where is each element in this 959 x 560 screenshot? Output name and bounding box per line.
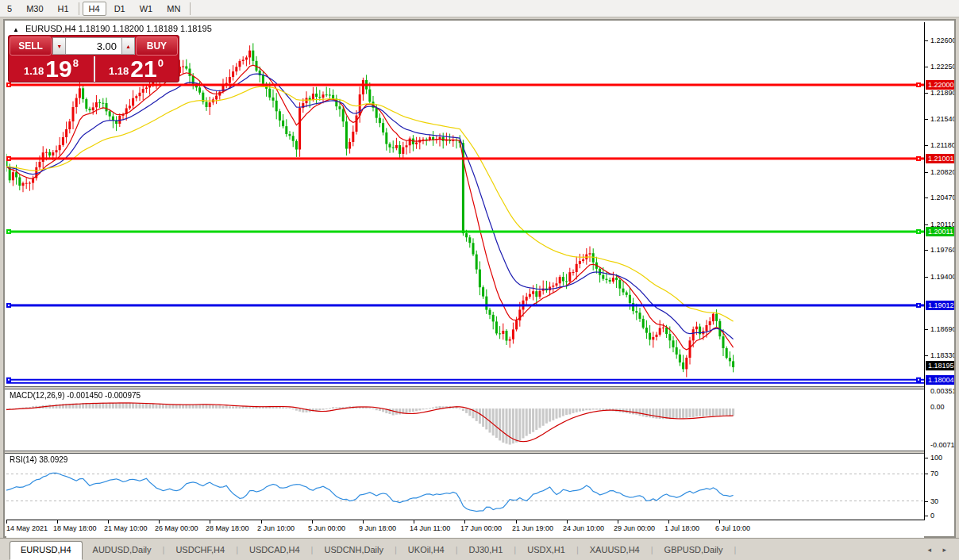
date-label: 21 May 10:00 bbox=[104, 524, 148, 532]
date-tick bbox=[363, 520, 364, 524]
price-gridline-label: 1.18330 bbox=[930, 351, 954, 359]
axis-tick bbox=[925, 145, 928, 146]
price-gridline-label: 1.19760 bbox=[930, 246, 954, 254]
rsi-scale-label: 100 bbox=[930, 454, 942, 462]
chart-symbol: EURUSD,H4 bbox=[25, 24, 76, 33]
timeframe-button-5[interactable]: 5 bbox=[1, 2, 18, 16]
date-tick bbox=[210, 520, 210, 524]
axis-tick bbox=[925, 474, 928, 474]
rsi-scale-label: 70 bbox=[930, 470, 938, 478]
one-click-trade-panel: SELL ▼ ▲ BUY 1.18 19 8 1.18 21 0 bbox=[8, 35, 179, 82]
chart-ohlc-values: 1.18190 1.18200 1.18189 1.18195 bbox=[79, 24, 212, 33]
timeframe-button-d1[interactable]: D1 bbox=[108, 2, 132, 16]
date-tick bbox=[567, 520, 568, 524]
price-gridline-label: 1.22600 bbox=[930, 36, 954, 44]
macd-scale-label: -0.007178 bbox=[930, 441, 954, 449]
date-label: 21 Jun 19:00 bbox=[512, 524, 553, 532]
axis-tick bbox=[925, 119, 928, 120]
axis-tick bbox=[925, 40, 928, 41]
tab-usdcad[interactable]: USDCAD,H4 bbox=[239, 542, 310, 558]
tab-separator: | bbox=[734, 545, 738, 554]
timeframe-button-h1[interactable]: H1 bbox=[52, 2, 75, 16]
axis-tick bbox=[925, 172, 928, 173]
date-label: 26 May 00:00 bbox=[155, 524, 198, 532]
price-gridline-label: 1.19400 bbox=[930, 273, 954, 281]
macd-label: MACD(12,26,9) -0.001450 -0.000975 bbox=[10, 391, 141, 400]
date-tick bbox=[159, 520, 160, 524]
tab-usdchf[interactable]: USDCHF,H4 bbox=[165, 542, 235, 558]
date-label: 9 Jun 18:00 bbox=[359, 524, 396, 532]
chart-tab-bar: EURUSD,H4AUDUSD,Daily|USDCHF,H4|USDCAD,H… bbox=[0, 538, 959, 560]
sell-price-display[interactable]: 1.18 19 8 bbox=[9, 56, 94, 82]
timeframe-button-w1[interactable]: W1 bbox=[133, 2, 160, 16]
date-tick bbox=[668, 520, 669, 524]
tab-ukoil[interactable]: UKOil,H4 bbox=[398, 542, 455, 558]
collapse-panel-icon[interactable]: ▲ bbox=[13, 26, 19, 33]
volume-increase-button[interactable]: ▲ bbox=[121, 37, 135, 55]
buy-button[interactable]: BUY bbox=[136, 36, 178, 56]
date-label: 6 Jul 10:00 bbox=[715, 524, 750, 532]
date-tick bbox=[464, 520, 465, 524]
axis-tick bbox=[925, 516, 928, 516]
sell-button[interactable]: SELL bbox=[10, 36, 52, 56]
timeframe-toolbar: 5M30H1H4D1W1MN bbox=[0, 0, 959, 17]
price-axis[interactable]: 1.226001.222501.218901.215401.211801.208… bbox=[925, 21, 954, 536]
date-tick bbox=[6, 520, 7, 524]
tab-eurusd[interactable]: EURUSD,H4 bbox=[10, 541, 83, 560]
axis-tick bbox=[925, 67, 928, 67]
timeframe-button-mn[interactable]: MN bbox=[160, 2, 187, 16]
date-label: 14 May 2021 bbox=[6, 524, 48, 532]
date-tick bbox=[261, 520, 262, 524]
price-gridline-label: 1.18690 bbox=[930, 325, 954, 333]
toolbar-separator bbox=[79, 2, 79, 15]
rsi-panel-canvas[interactable] bbox=[6, 454, 924, 520]
axis-tick bbox=[925, 458, 928, 458]
date-label: 17 Jun 00:00 bbox=[460, 524, 502, 532]
volume-decrease-button[interactable]: ▼ bbox=[52, 37, 66, 55]
timeframe-button-h4[interactable]: H4 bbox=[83, 2, 106, 16]
date-axis[interactable]: 14 May 202118 May 18:0021 May 10:0026 Ma… bbox=[6, 520, 924, 538]
tab-usdx[interactable]: USDX,H1 bbox=[517, 542, 576, 558]
date-tick bbox=[618, 520, 618, 524]
date-label: 2 Jun 10:00 bbox=[257, 524, 295, 532]
axis-tick bbox=[925, 224, 928, 225]
date-label: 24 Jun 10:00 bbox=[563, 524, 604, 532]
tab-gbpusd[interactable]: GBPUSD,Daily bbox=[654, 542, 734, 558]
macd-panel-canvas[interactable] bbox=[6, 389, 924, 451]
price-gridline-label: 1.21540 bbox=[930, 115, 954, 123]
date-tick bbox=[414, 520, 414, 524]
rsi-scale-label: 0 bbox=[930, 512, 934, 520]
price-level-tag: 1.19012 bbox=[926, 301, 954, 310]
price-gridline-label: 1.20820 bbox=[930, 168, 954, 176]
tab-audusd[interactable]: AUDUSD,Daily bbox=[83, 542, 162, 558]
toolbar-separator bbox=[190, 2, 191, 15]
buy-price-display[interactable]: 1.18 21 0 bbox=[94, 56, 179, 82]
price-gridline-label: 1.20470 bbox=[930, 194, 954, 201]
axis-tick bbox=[925, 277, 928, 278]
date-label: 14 Jun 11:00 bbox=[410, 524, 450, 532]
tab-dj30[interactable]: DJ30,H1 bbox=[459, 542, 514, 558]
volume-input[interactable] bbox=[66, 37, 121, 55]
date-label: 5 Jun 00:00 bbox=[308, 524, 345, 532]
date-tick bbox=[312, 520, 313, 524]
axis-tick bbox=[925, 355, 928, 356]
tab-xauusd[interactable]: XAUUSD,H4 bbox=[580, 542, 650, 558]
tab-usdcnh[interactable]: USDCNH,Daily bbox=[314, 542, 394, 558]
date-label: 18 May 18:00 bbox=[53, 524, 97, 532]
date-tick bbox=[516, 520, 517, 524]
axis-tick bbox=[925, 198, 928, 198]
date-tick bbox=[719, 520, 720, 524]
tab-scroll-arrows[interactable]: ◂ ▸ bbox=[927, 546, 951, 554]
price-gridline-label: 1.21180 bbox=[930, 141, 954, 149]
timeframe-button-m30[interactable]: M30 bbox=[20, 2, 49, 16]
price-level-tag: 1.18195 bbox=[926, 361, 954, 370]
price-gridline-label: 1.21890 bbox=[930, 89, 954, 97]
date-label: 29 Jun 00:00 bbox=[614, 524, 655, 532]
price-level-tag: 1.21001 bbox=[926, 154, 954, 163]
date-label: 1 Jul 18:00 bbox=[664, 524, 699, 532]
macd-scale-label: 0.003515 bbox=[930, 387, 954, 395]
price-divider bbox=[94, 56, 95, 82]
date-tick bbox=[108, 520, 109, 524]
rsi-scale-label: 30 bbox=[930, 497, 938, 505]
axis-tick bbox=[925, 501, 928, 502]
